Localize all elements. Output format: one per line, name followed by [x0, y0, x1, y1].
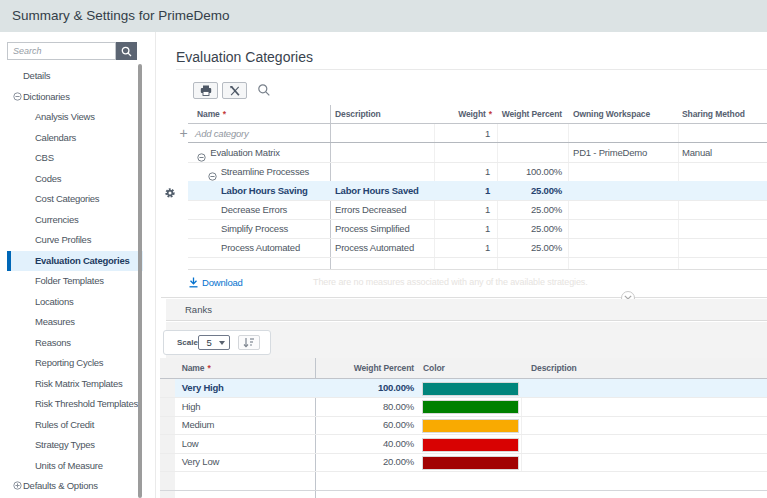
cell-weight-percent: 100.00% — [316, 379, 414, 398]
add-category-label: Add category — [195, 124, 249, 143]
add-category-row[interactable]: Add category1 — [188, 124, 767, 143]
scale-label: Scale — [177, 331, 198, 354]
sidebar-item-label: Calendars — [35, 128, 76, 149]
window-title: Summary & Settings for PrimeDemo — [12, 8, 230, 23]
ranks-row[interactable]: Low40.00% — [175, 435, 767, 454]
color-swatch[interactable] — [422, 419, 519, 433]
color-swatch[interactable] — [422, 400, 519, 414]
ranks-grid-gutter — [160, 358, 175, 498]
sidebar-search-button[interactable] — [116, 42, 137, 60]
sidebar-item-defaults-options[interactable]: Defaults & Options — [0, 476, 138, 497]
cell-weight-percent: 25.00% — [501, 238, 562, 257]
ranks-column-header-color[interactable]: Color — [423, 359, 483, 378]
tools-button[interactable] — [222, 82, 247, 99]
cell-weight-percent: 25.00% — [501, 219, 562, 238]
sidebar-scrollbar[interactable] — [138, 64, 142, 498]
cell-weight: 1 — [438, 238, 490, 257]
grid-row[interactable]: Evaluation MatrixPD1 - PrimeDemoManual — [188, 143, 767, 162]
cell-description: Labor Hours Saved — [335, 181, 419, 200]
column-header-description[interactable]: Description — [335, 105, 430, 124]
search-icon — [121, 46, 132, 57]
collapse-icon[interactable] — [208, 167, 218, 177]
column-header-owning-workspace[interactable]: Owning Workspace — [573, 105, 673, 124]
sidebar-item-cost-categories[interactable]: Cost Categories — [0, 189, 138, 210]
cell-weight-percent: 20.00% — [316, 453, 414, 472]
grid-row[interactable]: Streamline Processes1100.00% — [188, 162, 767, 181]
cell-weight-percent: 40.00% — [316, 435, 414, 454]
download-link[interactable]: Download — [189, 275, 243, 290]
sidebar-item-label: Currencies — [35, 210, 78, 231]
sidebar-item-analysis-views[interactable]: Analysis Views — [0, 107, 138, 128]
grid-search-icon[interactable] — [257, 83, 272, 98]
sidebar-item-label: Analysis Views — [35, 107, 95, 128]
sidebar-item-currencies[interactable]: Currencies — [0, 210, 138, 231]
sidebar-item-dictionaries[interactable]: Dictionaries — [0, 87, 138, 108]
column-header-sharing-method[interactable]: Sharing Method — [682, 105, 767, 124]
sidebar-item-cbs[interactable]: CBS — [0, 148, 138, 169]
ranks-row[interactable]: Medium60.00% — [175, 416, 767, 435]
grid-row[interactable]: Process AutomatedProcess Automated125.00… — [188, 238, 767, 257]
search-icon-gray — [257, 83, 271, 97]
sidebar-item-label: Risk Threshold Templates — [35, 394, 138, 415]
cell-weight-percent: 100.00% — [501, 162, 562, 181]
sidebar-item-codes[interactable]: Codes — [0, 169, 138, 190]
sidebar-item-label: CBS — [35, 148, 54, 169]
sidebar-item-locations[interactable]: Locations — [0, 292, 138, 313]
tools-icon — [229, 85, 241, 97]
ranks-column-header-description[interactable]: Description — [531, 359, 631, 378]
sidebar-item-folder-templates[interactable]: Folder Templates — [0, 271, 138, 292]
sidebar-item-units-of-measure[interactable]: Units of Measure — [0, 456, 138, 477]
sidebar-item-calendars[interactable]: Calendars — [0, 128, 138, 149]
download-label: Download — [202, 277, 243, 288]
sidebar-item-rules-of-credit[interactable]: Rules of Credit — [0, 415, 138, 436]
grid-row[interactable]: Labor Hours SavingLabor Hours Saved125.0… — [188, 181, 767, 200]
color-swatch[interactable] — [422, 438, 519, 452]
collapse-icon[interactable] — [197, 148, 207, 158]
sidebar-item-strategy-types[interactable]: Strategy Types — [0, 435, 138, 456]
sidebar-item-reasons[interactable]: Reasons — [0, 333, 138, 354]
sidebar-item-risk-matrix-templates[interactable]: Risk Matrix Templates — [0, 374, 138, 395]
sidebar-item-label: Details — [23, 66, 50, 87]
sidebar-item-label: Rules of Credit — [35, 415, 94, 436]
cell-weight-percent: 80.00% — [316, 398, 414, 417]
ranks-section-header: Ranks — [166, 299, 767, 321]
sidebar-item-curve-profiles[interactable]: Curve Profiles — [0, 230, 138, 251]
cell-weight: 1 — [438, 219, 490, 238]
cell-name: Streamline Processes — [221, 162, 309, 181]
scale-select[interactable]: 5 — [198, 335, 230, 350]
color-swatch[interactable] — [422, 382, 519, 396]
color-swatch[interactable] — [422, 456, 519, 470]
sidebar-item-label: Cost Categories — [35, 189, 99, 210]
sidebar-item-label: Reporting Cycles — [35, 353, 103, 374]
ranks-column-header-name[interactable]: Name* — [182, 359, 302, 378]
print-button[interactable] — [193, 82, 218, 99]
sidebar-search-input[interactable] — [7, 42, 116, 60]
ranks-row[interactable]: High80.00% — [175, 398, 767, 417]
sidebar-item-details[interactable]: Details — [0, 66, 138, 87]
ranks-row[interactable]: Very High100.00% — [175, 379, 767, 398]
column-header-weight-percent[interactable]: Weight Percent — [501, 105, 562, 124]
title-divider — [176, 69, 767, 70]
sidebar-item-reporting-cycles[interactable]: Reporting Cycles — [0, 353, 138, 374]
column-header-name[interactable]: Name* — [197, 105, 327, 124]
grid-bottom-border — [188, 269, 767, 270]
sidebar-item-measures[interactable]: Measures — [0, 312, 138, 333]
column-header-weight[interactable]: Weight* — [438, 105, 492, 124]
sort-order-button[interactable] — [238, 335, 260, 350]
ranks-row[interactable]: Very Low20.00% — [175, 453, 767, 472]
sidebar-item-label: Codes — [35, 169, 61, 190]
sidebar-item-risk-threshold-templates[interactable]: Risk Threshold Templates — [0, 394, 138, 415]
grid-row[interactable]: Simplify ProcessProcess Simplified125.00… — [188, 219, 767, 238]
cell-weight: 1 — [438, 200, 490, 219]
gear-icon[interactable] — [164, 185, 176, 197]
download-icon — [189, 277, 198, 288]
ranks-column-header-weight-percent[interactable]: Weight Percent — [316, 359, 414, 378]
evaluation-categories-grid: Name*DescriptionWeight*Weight PercentOwn… — [160, 105, 767, 270]
expand-icon[interactable] — [13, 481, 23, 491]
collapse-icon[interactable] — [13, 92, 23, 102]
sidebar-item-label: Units of Measure — [35, 456, 103, 477]
sidebar-item-evaluation-categories[interactable]: Evaluation Categories — [7, 251, 143, 272]
cell-name: Decrease Errors — [221, 200, 287, 219]
grid-row[interactable]: Decrease ErrorsErrors Decreased125.00% — [188, 200, 767, 219]
cell-name: Labor Hours Saving — [221, 181, 308, 200]
